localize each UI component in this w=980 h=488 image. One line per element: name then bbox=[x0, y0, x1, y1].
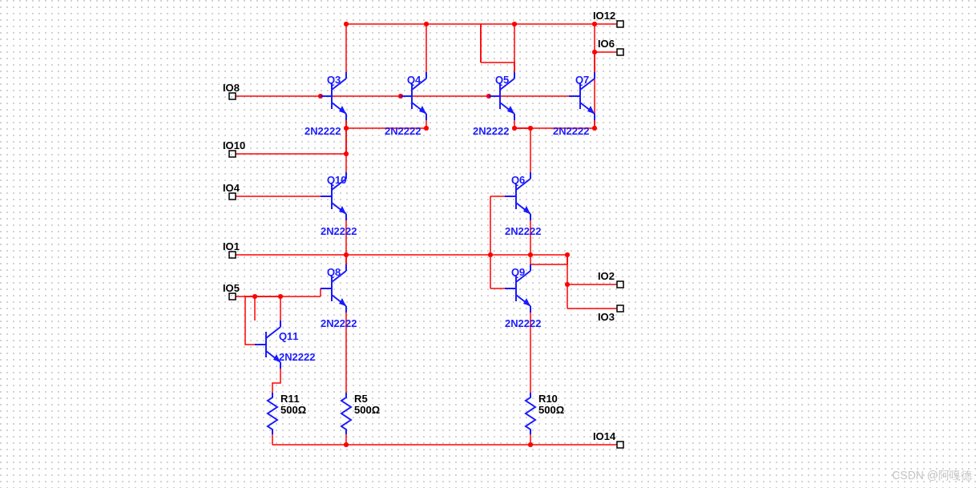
svg-point-29 bbox=[528, 252, 533, 257]
r10-val: 500Ω bbox=[538, 404, 564, 416]
q6-ref: Q6 bbox=[511, 174, 525, 186]
q3-ref: Q3 bbox=[327, 74, 341, 86]
schematic-canvas: Q3 2N2222 Q4 2N2222 Q5 2N2222 Q7 2N2222 … bbox=[0, 0, 980, 488]
port-io10-label: IO10 bbox=[223, 139, 245, 151]
port-io2-label: IO2 bbox=[598, 270, 615, 282]
svg-point-24 bbox=[528, 126, 533, 131]
q5-ref: Q5 bbox=[495, 74, 509, 86]
q10-ref: Q10 bbox=[327, 174, 347, 186]
watermark: CSDN @阿嘎德 bbox=[892, 469, 972, 483]
r11-ref: R11 bbox=[280, 393, 300, 405]
svg-point-25 bbox=[592, 126, 597, 131]
port-io12-label: IO12 bbox=[593, 10, 615, 22]
port-io3-label: IO3 bbox=[598, 311, 615, 323]
svg-point-19 bbox=[592, 22, 597, 26]
svg-point-22 bbox=[424, 126, 429, 131]
r5-ref: R5 bbox=[354, 393, 368, 405]
svg-point-33 bbox=[278, 294, 283, 299]
q11-model: 2N2222 bbox=[279, 351, 316, 363]
q5-model: 2N2222 bbox=[473, 125, 510, 137]
svg-point-34 bbox=[344, 442, 349, 447]
q9-ref: Q9 bbox=[511, 266, 525, 278]
svg-point-18 bbox=[512, 22, 517, 26]
q8-model: 2N2222 bbox=[321, 317, 357, 329]
port-io4-label: IO4 bbox=[223, 182, 240, 194]
q3-model: 2N2222 bbox=[304, 125, 341, 137]
q8-ref: Q8 bbox=[327, 266, 341, 278]
q7-ref: Q7 bbox=[575, 74, 589, 86]
port-io1-label: IO1 bbox=[223, 240, 240, 252]
q9-model: 2N2222 bbox=[505, 317, 542, 329]
svg-point-20 bbox=[592, 50, 597, 54]
r10-ref: R10 bbox=[538, 393, 558, 405]
port-io8-label: IO8 bbox=[223, 82, 240, 94]
svg-point-35 bbox=[528, 442, 533, 447]
svg-point-17 bbox=[424, 22, 429, 26]
svg-point-27 bbox=[344, 252, 349, 257]
q6-model: 2N2222 bbox=[505, 225, 542, 237]
svg-point-23 bbox=[512, 126, 517, 131]
port-io14-label: IO14 bbox=[593, 430, 616, 442]
port-io5-label: IO5 bbox=[223, 282, 240, 294]
q4-model: 2N2222 bbox=[385, 125, 421, 137]
q11-ref: Q11 bbox=[279, 330, 299, 342]
r11-val: 500Ω bbox=[280, 404, 306, 416]
svg-point-30 bbox=[565, 252, 570, 257]
svg-point-21 bbox=[344, 126, 349, 131]
svg-point-31 bbox=[565, 282, 570, 287]
q7-model: 2N2222 bbox=[553, 125, 590, 137]
svg-point-26 bbox=[344, 151, 349, 156]
q4-ref: Q4 bbox=[407, 74, 421, 86]
svg-point-16 bbox=[344, 22, 349, 26]
r5-val: 500Ω bbox=[354, 404, 380, 416]
svg-point-28 bbox=[488, 252, 493, 257]
port-io6-label: IO6 bbox=[598, 38, 615, 50]
svg-point-32 bbox=[252, 294, 257, 299]
q10-model: 2N2222 bbox=[321, 225, 357, 237]
